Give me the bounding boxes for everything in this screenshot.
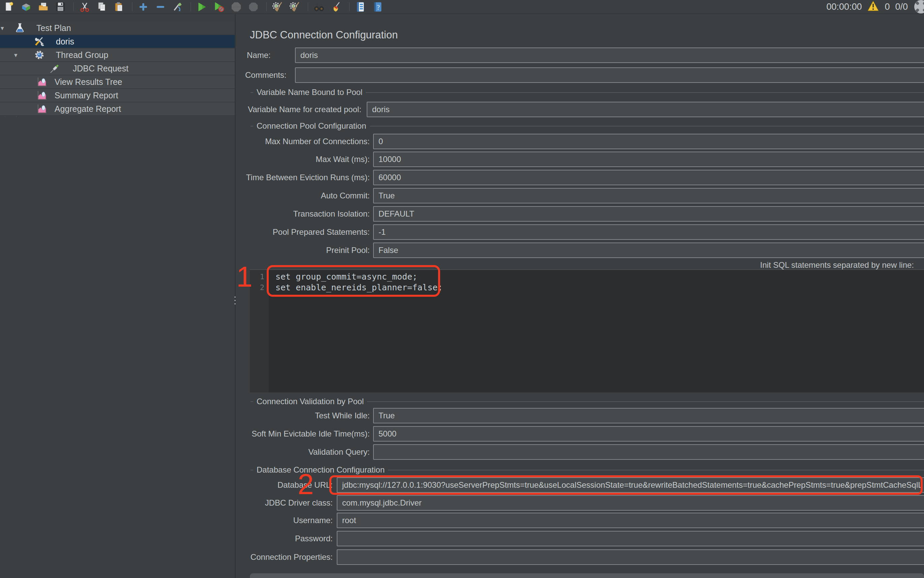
clear-icon[interactable]: [271, 1, 284, 13]
jdbc-driver-class-label: JDBC Driver class:: [236, 498, 333, 508]
test-while-idle-select[interactable]: True: [373, 408, 924, 424]
svg-text:STOP: STOP: [232, 6, 240, 9]
toolbar-separator: [349, 2, 350, 11]
shutdown-icon[interactable]: [247, 1, 259, 13]
init-sql-editor[interactable]: 1 2 set group_commit=async_mode; set ena…: [250, 270, 924, 393]
line-number: 1: [250, 271, 269, 282]
test-while-idle-label: Test While Idle:: [236, 411, 370, 421]
help-icon[interactable]: ?: [371, 1, 384, 13]
jdbc-driver-class-field[interactable]: com.mysql.jdbc.Driver: [337, 495, 924, 511]
start-no-timers-icon[interactable]: [213, 1, 225, 13]
search-reset-icon[interactable]: [330, 1, 342, 13]
test-plan-icon: [14, 22, 26, 34]
chevron-expanded-icon[interactable]: ▾: [1, 24, 4, 32]
save-icon[interactable]: [54, 1, 66, 13]
tree-item-label: doris: [56, 37, 74, 47]
tree-item-jdbc-request[interactable]: JDBC Request: [0, 62, 235, 75]
soft-min-evictable-field[interactable]: 5000: [373, 426, 924, 442]
page-title: JDBC Connection Configuration: [250, 29, 398, 41]
tree-item-label: JDBC Request: [73, 64, 128, 73]
sql-line: set group_commit=async_mode;: [276, 271, 924, 282]
clear-all-icon[interactable]: [289, 1, 301, 13]
sql-line: set enable_nereids_planner=false;: [276, 282, 924, 293]
new-file-icon[interactable]: [3, 1, 15, 13]
pool-prepared-statements-field[interactable]: -1: [373, 224, 924, 240]
init-sql-label: Init SQL statements separated by new lin…: [760, 260, 914, 270]
max-connections-field[interactable]: 0: [373, 134, 924, 149]
threads-indicator-icon: [913, 0, 924, 15]
tree-item-summary-report[interactable]: Summary Report: [0, 89, 235, 102]
tree-item-view-results-tree[interactable]: View Results Tree: [0, 75, 235, 89]
open-icon[interactable]: [37, 1, 49, 13]
auto-commit-label: Auto Commit:: [236, 191, 370, 200]
max-wait-field[interactable]: 10000: [373, 152, 924, 167]
username-field[interactable]: root: [337, 513, 924, 528]
editor-gutter: 1 2: [250, 270, 269, 393]
toolbar-separator: [73, 2, 74, 11]
tree-item-test-plan[interactable]: ▾ Test Plan: [0, 21, 235, 35]
expand-all-icon[interactable]: [137, 1, 149, 13]
collapse-all-icon[interactable]: [154, 1, 166, 13]
tree-item-label: Test Plan: [36, 23, 71, 33]
max-wait-label: Max Wait (ms):: [236, 154, 370, 164]
password-field[interactable]: [337, 531, 924, 546]
connection-properties-label: Connection Properties:: [236, 552, 333, 562]
bottom-panel-edge: [250, 573, 924, 578]
toolbar-separator: [132, 2, 132, 11]
tree-item-label: View Results Tree: [55, 77, 122, 87]
paste-icon[interactable]: [113, 1, 125, 13]
comments-field[interactable]: [295, 67, 924, 83]
start-icon[interactable]: [196, 1, 208, 13]
warning-icon[interactable]: [867, 0, 879, 13]
transaction-isolation-label: Transaction Isolation:: [236, 209, 370, 219]
status-cluster: 00:00:00 0 0/0: [826, 0, 924, 13]
stop-icon[interactable]: STOP: [230, 1, 242, 13]
tree-item-label: Thread Group: [56, 50, 109, 60]
variable-name-label: Variable Name for created pool:: [248, 105, 361, 114]
preinit-pool-select[interactable]: False: [373, 242, 924, 258]
svg-text:?: ?: [376, 3, 379, 11]
tree-item-thread-group[interactable]: ▾ Thread Group: [0, 49, 235, 62]
listener-icon: [36, 76, 48, 88]
chevron-expanded-icon[interactable]: ▾: [14, 51, 18, 59]
name-field[interactable]: doris: [295, 47, 924, 63]
username-label: Username:: [236, 516, 333, 525]
eviction-runs-label: Time Between Eviction Runs (ms):: [236, 173, 370, 182]
config-element-icon: [34, 36, 45, 47]
pool-prepared-statements-label: Pool Prepared Statements:: [236, 227, 370, 237]
database-url-label: Database URL:: [236, 480, 333, 490]
editor-code-area[interactable]: set group_commit=async_mode; set enable_…: [269, 270, 924, 393]
templates-icon[interactable]: [20, 1, 32, 13]
variable-name-field[interactable]: doris: [367, 102, 924, 117]
toggle-icon[interactable]: [172, 1, 183, 13]
sampler-icon: [49, 63, 61, 74]
copy-icon[interactable]: [96, 1, 108, 13]
name-label: Name:: [247, 50, 271, 60]
transaction-isolation-field[interactable]: DEFAULT: [373, 206, 924, 222]
toolbar-separator: [308, 2, 308, 11]
jmeter-window: STOP ? 00:00:00 0 0/0 ▾ Test Plan doris: [0, 0, 924, 578]
tree-item-doris[interactable]: doris: [0, 35, 235, 49]
thread-group-icon: [34, 49, 45, 61]
thread-counts: 0/0: [895, 2, 908, 12]
listener-icon: [36, 89, 48, 101]
eviction-runs-field[interactable]: 60000: [373, 170, 924, 185]
cut-icon[interactable]: [78, 1, 91, 13]
auto-commit-select[interactable]: True: [373, 188, 924, 203]
password-label: Password:: [236, 534, 333, 543]
listener-icon: [36, 103, 48, 115]
database-url-field[interactable]: jdbc:mysql://127.0.0.1:9030?useServerPre…: [337, 477, 924, 493]
line-number: 2: [250, 282, 269, 293]
test-plan-tree: ▾ Test Plan doris ▾ Thread Group JDBC Re…: [0, 14, 235, 578]
jdbc-connection-configuration-panel: JDBC Connection Configuration Name: dori…: [236, 14, 924, 578]
toolbar: STOP ? 00:00:00 0 0/0: [0, 0, 924, 14]
validation-query-field[interactable]: [373, 444, 924, 460]
tree-item-label: Aggregate Report: [55, 104, 121, 114]
toolbar-separator: [266, 2, 267, 11]
group-title-validation: Connection Validation by Pool: [253, 397, 367, 406]
connection-properties-field[interactable]: [337, 549, 924, 565]
group-title-database: Database Connection Configuration: [253, 465, 388, 474]
function-helper-icon[interactable]: [354, 1, 366, 13]
search-icon[interactable]: [313, 1, 325, 13]
tree-item-aggregate-report[interactable]: Aggregate Report: [0, 102, 235, 116]
